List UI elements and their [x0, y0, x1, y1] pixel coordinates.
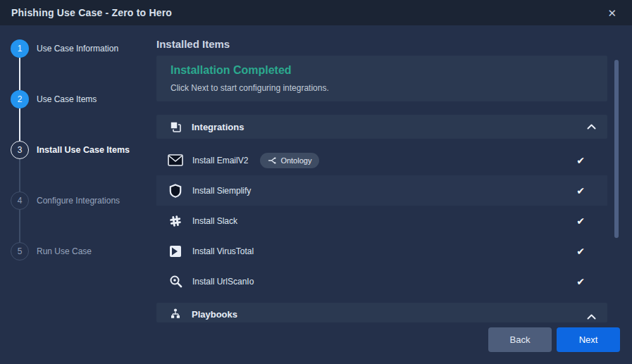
row-install-siemplify[interactable]: Install Siemplify ✔ [156, 175, 607, 206]
integration-item-list: Install EmailV2 Ontology ✔ [156, 145, 607, 296]
wizard-footer: Back Next [488, 327, 620, 352]
step-number-badge: 3 [11, 141, 29, 159]
step-number-badge: 5 [11, 242, 29, 261]
integration-label: Install EmailV2 [192, 156, 248, 165]
wizard-stepper: 1 Use Case Information 2 Use Case Items … [0, 23, 151, 277]
siemplify-shield-icon [168, 184, 183, 198]
playbooks-icon [168, 308, 183, 320]
row-install-urlscanio[interactable]: Install UrlScanIo ✔ [156, 266, 607, 296]
integrations-section-header[interactable]: Integrations [156, 115, 607, 139]
row-install-virustotal[interactable]: Install VirusTotal ✔ [156, 236, 607, 266]
section-label: Integrations [192, 122, 244, 132]
installation-status-subtitle: Click Next to start configuring integrat… [171, 83, 593, 93]
stepper-step-use-case-information[interactable]: 1 Use Case Information [0, 23, 151, 74]
integration-label: Install VirusTotal [192, 246, 254, 256]
ontology-icon [268, 156, 276, 165]
installation-status-title: Installation Completed [171, 64, 593, 77]
step-label: Use Case Items [37, 94, 97, 104]
stepper-step-run-use-case[interactable]: 5 Run Use Case [0, 226, 151, 277]
step-number-badge: 4 [11, 192, 29, 210]
step-label: Configure Integrations [37, 196, 120, 206]
row-install-emailv2[interactable]: Install EmailV2 Ontology ✔ [156, 145, 607, 175]
step-number-badge: 1 [11, 39, 29, 58]
step-label: Run Use Case [37, 246, 92, 256]
playbooks-section-header[interactable]: Playbooks [156, 303, 607, 322]
integration-label: Install UrlScanIo [192, 277, 254, 287]
page-title: Installed Items [156, 38, 607, 50]
close-icon[interactable]: ✕ [603, 5, 621, 21]
slack-icon [168, 215, 183, 227]
badge-label: Ontology [280, 156, 311, 165]
row-install-slack[interactable]: Install Slack ✔ [156, 206, 607, 236]
next-button[interactable]: Next [557, 327, 620, 352]
stepper-step-install-use-case-items[interactable]: 3 Install Use Case Items [0, 125, 151, 175]
virustotal-icon [168, 245, 183, 258]
installed-check-icon: ✔ [576, 156, 585, 165]
stepper-step-use-case-items[interactable]: 2 Use Case Items [0, 74, 151, 125]
email-icon [168, 154, 183, 166]
back-button[interactable]: Back [488, 327, 552, 352]
installed-items-panel: Installed Items Installation Completed C… [156, 25, 607, 322]
integration-label: Install Siemplify [192, 186, 251, 196]
magnifier-icon [168, 275, 183, 288]
stepper-step-configure-integrations[interactable]: 4 Configure Integrations [0, 175, 151, 226]
integration-label: Install Slack [192, 216, 237, 226]
installed-check-icon: ✔ [576, 277, 585, 287]
step-label: Install Use Case Items [37, 145, 130, 155]
step-label: Use Case Information [37, 44, 118, 54]
installed-check-icon: ✔ [576, 216, 585, 226]
wizard-dialog: Phishing Use Case - Zero to Hero ✕ 1 Use… [0, 0, 632, 364]
dialog-title: Phishing Use Case - Zero to Hero [11, 7, 172, 18]
titlebar: Phishing Use Case - Zero to Hero ✕ [0, 0, 632, 25]
chevron-up-icon[interactable] [587, 124, 596, 130]
chevron-up-icon[interactable] [587, 314, 596, 320]
ontology-badge: Ontology [260, 153, 319, 168]
installation-status-banner: Installation Completed Click Next to sta… [156, 56, 607, 101]
installed-check-icon: ✔ [576, 246, 585, 256]
integrations-icon [168, 120, 183, 133]
step-number-badge: 2 [11, 90, 29, 108]
installed-check-icon: ✔ [576, 186, 585, 196]
vertical-scrollbar[interactable] [614, 60, 619, 238]
section-label: Playbooks [192, 309, 237, 320]
